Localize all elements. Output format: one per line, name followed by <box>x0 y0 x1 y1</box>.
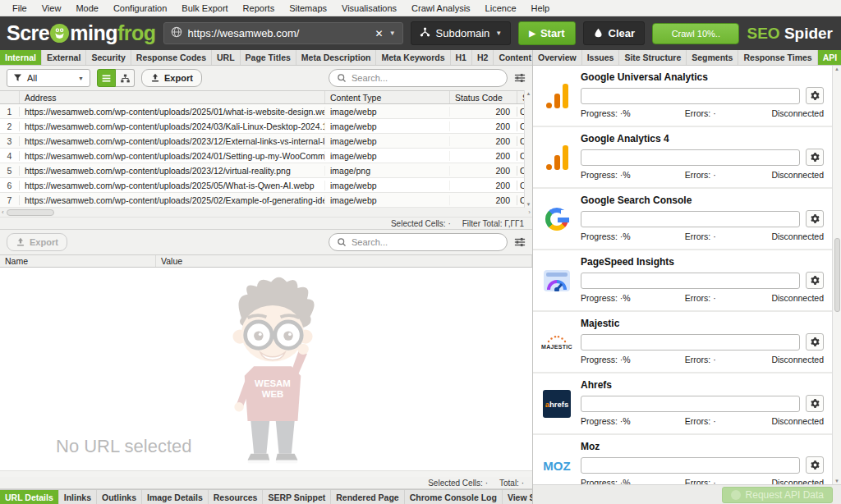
tab-response-codes[interactable]: Response Codes <box>131 50 212 65</box>
tab-url-details[interactable]: URL Details <box>0 490 59 504</box>
address-column-header[interactable]: Address <box>20 91 325 103</box>
menu-mode[interactable]: Mode <box>68 0 106 16</box>
cell-address[interactable]: https://wesamweb.com/wp-content/uploads/… <box>20 107 325 117</box>
table-row[interactable]: 4 https://wesamweb.com/wp-content/upload… <box>0 149 532 163</box>
table-row[interactable]: 1 https://wesamweb.com/wp-content/upload… <box>0 104 532 119</box>
list-view-button[interactable] <box>97 69 116 87</box>
value-column-header[interactable]: Value <box>156 255 532 267</box>
table-row[interactable]: 2 https://wesamweb.com/wp-content/upload… <box>0 119 532 134</box>
cell-address[interactable]: https://wesamweb.com/wp-content/uploads/… <box>20 136 325 146</box>
cell-address[interactable]: https://wesamweb.com/wp-content/uploads/… <box>20 181 325 190</box>
menu-configuration[interactable]: Configuration <box>106 0 174 16</box>
tab-meta-keywords[interactable]: Meta Keywords <box>376 50 450 65</box>
request-api-data-button[interactable]: Request API Data <box>722 487 833 503</box>
api-settings-button[interactable] <box>806 333 824 351</box>
filter-dropdown[interactable]: All ▼ <box>7 69 90 87</box>
menu-help[interactable]: Help <box>524 0 558 16</box>
tab-overview[interactable]: Overview <box>533 50 582 65</box>
details-export-button[interactable]: Export <box>7 233 67 251</box>
search-input[interactable] <box>352 73 499 83</box>
tab-content[interactable]: Content <box>494 50 532 65</box>
api-settings-button[interactable] <box>806 395 824 412</box>
tab-inlinks[interactable]: Inlinks <box>59 490 97 504</box>
tab-page-titles[interactable]: Page Titles <box>241 50 296 65</box>
tab-serp-snippet[interactable]: SERP Snippet <box>263 490 331 504</box>
tab-api[interactable]: API <box>818 50 841 65</box>
pagespeed-gauge-icon <box>540 256 574 305</box>
export-button[interactable]: Export <box>141 69 202 87</box>
tab-url[interactable]: URL <box>212 50 241 65</box>
table-row[interactable]: 5 https://wesamweb.com/wp-content/upload… <box>0 163 532 178</box>
name-column-header[interactable]: Name <box>0 255 156 267</box>
url-history-chevron-icon[interactable]: ▼ <box>389 30 396 37</box>
api-settings-button[interactable] <box>806 456 824 474</box>
api-panel-scrollbar[interactable]: ▲ ▼ <box>832 66 841 484</box>
menu-bulk-export[interactable]: Bulk Export <box>174 0 235 16</box>
api-panel-footer: Request API Data <box>533 484 841 504</box>
gear-icon <box>810 152 820 163</box>
column-settings-icon[interactable] <box>514 72 526 84</box>
table-row[interactable]: 7 https://wesamweb.com/wp-content/upload… <box>0 193 532 208</box>
table-row[interactable]: 3 https://wesamweb.com/wp-content/upload… <box>0 134 532 149</box>
scrollbar-thumb[interactable] <box>7 209 54 216</box>
tab-response-times[interactable]: Response Times <box>738 50 817 65</box>
scroll-down-icon[interactable]: ▼ <box>834 479 839 483</box>
clear-button[interactable]: Clear <box>583 21 646 45</box>
url-input[interactable] <box>188 27 370 39</box>
tab-external[interactable]: External <box>42 50 86 65</box>
tab-internal[interactable]: Internal <box>0 50 42 65</box>
scroll-down-icon[interactable]: ▼ <box>526 202 531 207</box>
search-box[interactable] <box>329 69 508 87</box>
scroll-up-icon[interactable]: ▲ <box>526 91 531 96</box>
cell-address[interactable]: https://wesamweb.com/wp-content/uploads/… <box>20 195 325 205</box>
tab-rendered-page[interactable]: Rendered Page <box>331 490 404 504</box>
subdomain-dropdown[interactable]: Subdomain ▼ <box>411 21 512 45</box>
menu-reports[interactable]: Reports <box>236 0 283 16</box>
cell-address[interactable]: https://wesamweb.com/wp-content/uploads/… <box>20 151 325 161</box>
tab-outlinks[interactable]: Outlinks <box>97 490 142 504</box>
menu-licence[interactable]: Licence <box>478 0 524 16</box>
scrollbar-thumb[interactable] <box>834 238 840 312</box>
logo-text-suffix: frog <box>117 21 156 45</box>
menu-visualisations[interactable]: Visualisations <box>334 0 404 16</box>
cell-address[interactable]: https://wesamweb.com/wp-content/uploads/… <box>20 121 325 131</box>
table-row[interactable]: 6 https://wesamweb.com/wp-content/upload… <box>0 178 532 193</box>
start-button[interactable]: ▶ Start <box>518 21 575 45</box>
api-settings-button[interactable] <box>806 210 824 227</box>
details-horizontal-scrollbar[interactable] <box>0 470 532 477</box>
tree-view-button[interactable] <box>116 69 135 87</box>
api-progress-label: Progress: ·% <box>581 478 685 484</box>
menu-view[interactable]: View <box>34 0 69 16</box>
tab-h2[interactable]: H2 <box>472 50 494 65</box>
tab-security[interactable]: Security <box>86 50 131 65</box>
api-settings-button[interactable] <box>806 272 824 289</box>
menu-crawl-analysis[interactable]: Crawl Analysis <box>404 0 478 16</box>
table-horizontal-scrollbar[interactable]: ‹ › <box>0 208 532 218</box>
tab-view-source[interactable]: View Source <box>503 490 532 504</box>
tab-image-details[interactable]: Image Details <box>142 490 209 504</box>
clear-url-icon[interactable]: ✕ <box>375 28 384 39</box>
tab-segments[interactable]: Segments <box>687 50 738 65</box>
tab-chrome-console-log[interactable]: Chrome Console Log <box>405 490 503 504</box>
tab-site-structure[interactable]: Site Structure <box>619 50 687 65</box>
scroll-left-icon[interactable]: ‹ <box>2 208 4 216</box>
tab-meta-description[interactable]: Meta Description <box>296 50 377 65</box>
tab-resources[interactable]: Resources <box>209 490 264 504</box>
api-settings-button[interactable] <box>806 87 824 104</box>
scroll-up-icon[interactable]: ▲ <box>834 66 839 71</box>
tab-issues[interactable]: Issues <box>582 50 620 65</box>
details-search-box[interactable] <box>329 233 508 251</box>
url-input-bar[interactable]: ✕ ▼ <box>163 22 403 44</box>
details-column-settings-icon[interactable] <box>514 236 526 248</box>
api-settings-button[interactable] <box>806 149 824 166</box>
menu-sitemaps[interactable]: Sitemaps <box>282 0 334 16</box>
scroll-right-icon[interactable]: › <box>528 208 531 216</box>
status-code-column-header[interactable]: Status Code <box>450 91 517 103</box>
details-search-input[interactable] <box>352 237 499 247</box>
menu-file[interactable]: File <box>5 0 34 16</box>
table-vertical-scrollbar[interactable]: ▲▼ <box>524 90 532 208</box>
cell-address[interactable]: https://wesamweb.com/wp-content/uploads/… <box>20 166 325 176</box>
app-toolbar: Scremingfrog ✕ ▼ Subdomain ▼ ▶ Start Cle… <box>0 16 841 50</box>
tab-h1[interactable]: H1 <box>451 50 472 65</box>
content-type-column-header[interactable]: Content Type <box>325 91 450 103</box>
